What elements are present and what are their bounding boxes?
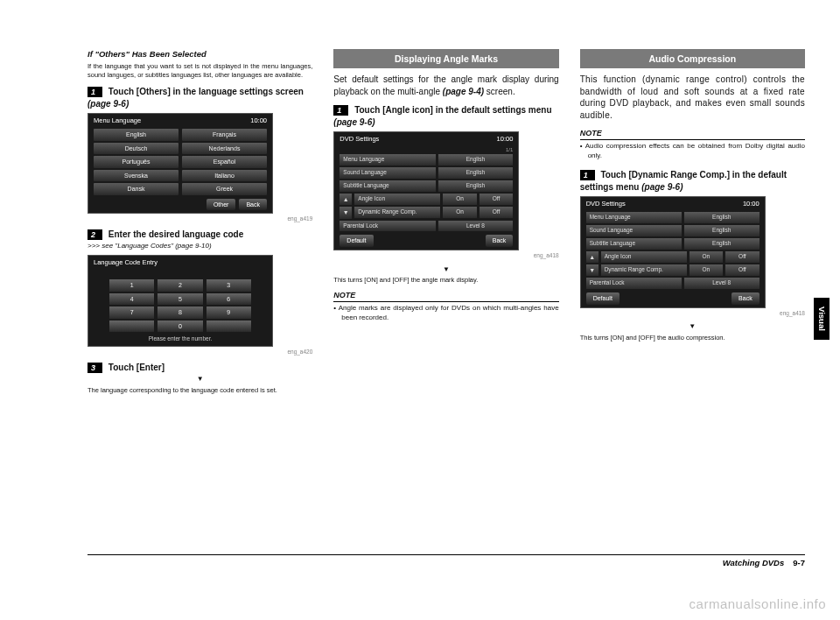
step-text: Touch [Dynamic Range Comp.] in the defau…: [580, 170, 787, 192]
section-tab-label: Visual: [817, 306, 827, 331]
up-arrow-icon: ▲: [586, 251, 598, 263]
step-text: Touch [Enter]: [108, 363, 164, 372]
key: 4: [109, 293, 154, 305]
back-button: Back: [732, 292, 760, 304]
text: screen.: [484, 87, 515, 96]
screenshot-time: 10:00: [743, 200, 760, 208]
watermark: carmanualsonline.info: [690, 596, 826, 611]
lang-option: Nederlands: [182, 143, 267, 154]
column-3: Audio Compression This function (dynamic…: [580, 49, 805, 395]
screenshot-title-bar: Menu Language 10:00: [88, 114, 272, 128]
on-value: On: [690, 251, 724, 263]
step-2: 2 Enter the desired language code: [88, 229, 312, 241]
lang-option: Dansk: [94, 183, 178, 194]
step-number: 2: [88, 229, 102, 240]
page-footer: Watching DVDs 9-7: [88, 554, 805, 567]
result-text: This turns [ON] and [OFF] the angle mark…: [333, 276, 558, 285]
setting-label: Parental Lock: [340, 221, 435, 232]
default-button: Default: [340, 235, 373, 246]
step-1: 1 Touch [Dynamic Range Comp.] in the def…: [580, 169, 805, 193]
screenshot-time: 10:00: [497, 135, 514, 144]
default-button: Default: [586, 292, 620, 304]
cross-ref: >>> see "Language Codes" (page 9-10): [88, 242, 312, 251]
setting-value: English: [438, 167, 514, 179]
sub-heading: If "Others" Has Been Selected: [88, 49, 312, 60]
setting-label: Dynamic Range Comp.: [601, 264, 687, 276]
setting-label: Dynamic Range Comp.: [354, 207, 440, 218]
lang-option: Deutsch: [94, 143, 178, 154]
key: 1: [109, 279, 154, 291]
lang-option: Português: [94, 156, 178, 167]
screenshot-caption: eng_a419: [88, 215, 312, 223]
lang-option: Greek: [182, 183, 267, 194]
step-number: 1: [333, 105, 348, 116]
off-value: Off: [480, 207, 514, 218]
step-3: 3 Touch [Enter]: [88, 362, 312, 374]
columns: If "Others" Has Been Selected If the lan…: [88, 49, 805, 395]
step-number: 1: [580, 170, 595, 180]
step-text: Enter the desired language code: [108, 229, 243, 239]
section-heading: Displaying Angle Marks: [333, 49, 558, 68]
column-1: If "Others" Has Been Selected If the lan…: [88, 49, 312, 395]
screenshot-title-bar: Language Code Entry: [88, 256, 272, 270]
setting-label: Subtitle Language: [340, 180, 435, 192]
other-button: Other: [206, 199, 236, 210]
step-number: 3: [88, 363, 102, 373]
setting-value: Level 8: [684, 278, 760, 289]
lang-option: Italiano: [182, 170, 267, 181]
screenshot-title: Menu Language: [94, 116, 141, 125]
back-button: Back: [239, 199, 267, 210]
setting-value: Level 8: [438, 221, 514, 232]
setting-label: Parental Lock: [586, 278, 682, 289]
down-arrow-icon: ▼: [580, 322, 805, 332]
step-text: Touch [Others] in the language settings …: [108, 87, 304, 96]
key: [206, 321, 251, 332]
page-ref: (page 9-6): [333, 117, 374, 127]
setting-value: English: [684, 212, 760, 223]
setting-label: Angle Icon: [354, 194, 440, 205]
screenshot-time: 10:00: [250, 116, 267, 125]
screenshot-code-entry: Language Code Entry 123 456 789 0 Please…: [88, 255, 273, 347]
lang-option: Svenska: [94, 170, 178, 181]
page-ref: (page 9-6): [88, 99, 129, 109]
key: 6: [206, 293, 251, 305]
step-1: 1 Touch [Angle icon] in the default sett…: [333, 104, 558, 128]
screenshot-caption: eng_a418: [580, 310, 805, 318]
page-ref: (page 9-4): [443, 87, 484, 96]
key: 0: [158, 321, 202, 332]
screenshot-title: DVD Settings: [340, 135, 379, 144]
intro-text: If the language that you want to set is …: [88, 62, 312, 80]
screenshot-title: DVD Settings: [586, 200, 626, 208]
setting-label: Sound Language: [586, 225, 682, 236]
lang-option: Español: [182, 156, 267, 167]
off-value: Off: [725, 264, 760, 276]
key: 7: [109, 306, 154, 318]
setting-label: Angle Icon: [601, 251, 687, 263]
setting-label: Subtitle Language: [586, 238, 682, 250]
lang-option: Français: [182, 129, 267, 140]
note-heading: NOTE: [333, 290, 558, 302]
page-indicator: 1/1: [334, 146, 518, 153]
column-2: Displaying Angle Marks Set default setti…: [333, 49, 558, 395]
down-arrow-icon: ▼: [333, 265, 558, 275]
footer-title: Watching DVDs: [723, 558, 785, 567]
screenshot-caption: eng_a420: [88, 349, 312, 356]
step-1: 1 Touch [Others] in the language setting…: [88, 86, 312, 109]
setting-label: Menu Language: [586, 212, 682, 223]
step-number: 1: [88, 87, 102, 97]
setting-label: Menu Language: [340, 154, 435, 166]
note-text: • Angle marks are displayed only for DVD…: [333, 304, 558, 322]
screenshot-title-bar: DVD Settings 10:00: [581, 197, 765, 211]
key: 5: [158, 293, 202, 305]
up-arrow-icon: ▲: [340, 194, 352, 205]
on-value: On: [443, 194, 477, 205]
section-heading: Audio Compression: [580, 49, 805, 68]
down-arrow-icon: ▼: [340, 207, 352, 218]
lang-option: English: [94, 129, 178, 140]
key: 8: [158, 306, 202, 318]
on-value: On: [443, 207, 477, 218]
on-value: On: [690, 264, 724, 276]
page: If "Others" Has Been Selected If the lan…: [0, 0, 840, 620]
screenshot-dvd-settings: DVD Settings 10:00 1/1 Menu LanguageEngl…: [333, 131, 519, 250]
setting-value: English: [438, 154, 514, 166]
